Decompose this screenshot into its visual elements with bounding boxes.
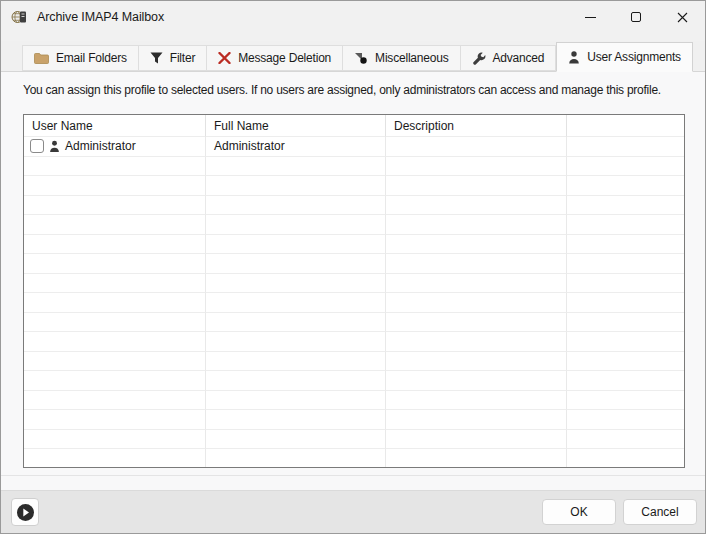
- empty-cell: [386, 449, 567, 468]
- column-header-full-name[interactable]: Full Name: [206, 115, 386, 137]
- ok-button[interactable]: OK: [542, 499, 616, 525]
- table-row-empty: [24, 410, 684, 430]
- titlebar[interactable]: Archive IMAP4 Mailbox: [1, 1, 705, 33]
- empty-cell: [386, 176, 567, 196]
- column-header-user-name[interactable]: User Name: [24, 115, 206, 137]
- empty-cell: [567, 157, 684, 177]
- app-archive-icon: [11, 9, 27, 25]
- empty-cell: [24, 176, 206, 196]
- row-checkbox[interactable]: [30, 139, 44, 153]
- shapes-icon: [354, 52, 368, 64]
- empty-cell: [206, 157, 386, 177]
- empty-cell: [206, 410, 386, 430]
- empty-cell: [24, 293, 206, 313]
- empty-cell: [24, 410, 206, 430]
- table-header: User Name Full Name Description: [24, 115, 684, 137]
- maximize-button[interactable]: [613, 1, 659, 33]
- empty-cell: [386, 430, 567, 450]
- table-row-empty: [24, 430, 684, 450]
- row-description: [386, 137, 567, 157]
- table-row[interactable]: Administrator Administrator: [24, 137, 684, 157]
- empty-cell: [386, 371, 567, 391]
- minimize-icon: [585, 17, 596, 18]
- empty-cell: [206, 254, 386, 274]
- table-row-empty: [24, 196, 684, 216]
- empty-cell: [567, 176, 684, 196]
- empty-cell: [24, 196, 206, 216]
- tab-page-user-assignments: You can assign this profile to selected …: [1, 72, 705, 490]
- close-button[interactable]: [659, 1, 705, 33]
- empty-cell: [567, 196, 684, 216]
- row-full-name: Administrator: [206, 137, 386, 157]
- tab-strip: Email Folders Filter Message Deletion Mi…: [1, 41, 705, 72]
- empty-cell: [567, 215, 684, 235]
- table-row-empty: [24, 352, 684, 372]
- empty-cell: [24, 352, 206, 372]
- wrench-icon: [472, 52, 486, 65]
- empty-cell: [567, 352, 684, 372]
- empty-cell: [24, 430, 206, 450]
- table-row-empty: [24, 235, 684, 255]
- close-icon: [677, 12, 688, 23]
- run-profile-button[interactable]: [11, 498, 39, 526]
- empty-cell: [24, 254, 206, 274]
- empty-cell: [386, 254, 567, 274]
- empty-cell: [24, 371, 206, 391]
- empty-cell: [206, 176, 386, 196]
- empty-cell: [24, 332, 206, 352]
- empty-cell: [206, 313, 386, 333]
- table-row-empty: [24, 157, 684, 177]
- column-header-blank[interactable]: [567, 115, 684, 137]
- empty-cell: [386, 410, 567, 430]
- tab-email-folders[interactable]: Email Folders: [22, 45, 139, 71]
- dialog-window: Archive IMAP4 Mailbox Email Folders Filt…: [0, 0, 706, 534]
- tab-label: Miscellaneous: [375, 51, 448, 65]
- empty-cell: [24, 449, 206, 468]
- tab-advanced[interactable]: Advanced: [461, 45, 557, 71]
- tab-user-assignments[interactable]: User Assignments: [556, 42, 693, 72]
- empty-cell: [567, 410, 684, 430]
- empty-cell: [567, 274, 684, 294]
- maximize-icon: [631, 12, 641, 22]
- empty-cell: [386, 196, 567, 216]
- tab-label: User Assignments: [587, 50, 681, 64]
- user-icon: [49, 140, 60, 153]
- empty-cell: [386, 352, 567, 372]
- empty-cell: [386, 293, 567, 313]
- table-row-empty: [24, 371, 684, 391]
- table-row-empty: [24, 274, 684, 294]
- empty-cell: [206, 274, 386, 294]
- empty-cell: [386, 157, 567, 177]
- tab-miscellaneous[interactable]: Miscellaneous: [343, 45, 460, 71]
- assignments-description: You can assign this profile to selected …: [23, 82, 705, 98]
- tab-label: Message Deletion: [238, 51, 331, 65]
- user-icon: [568, 51, 580, 64]
- empty-cell: [567, 313, 684, 333]
- row-user-name: Administrator: [65, 139, 136, 153]
- empty-cell: [24, 313, 206, 333]
- column-header-description[interactable]: Description: [386, 115, 567, 137]
- tab-message-deletion[interactable]: Message Deletion: [207, 45, 343, 71]
- empty-cell: [567, 371, 684, 391]
- empty-cell: [206, 391, 386, 411]
- table-row-empty: [24, 332, 684, 352]
- empty-cell: [386, 332, 567, 352]
- empty-cell: [24, 274, 206, 294]
- empty-cell: [206, 235, 386, 255]
- table-row-empty: [24, 293, 684, 313]
- empty-cell: [206, 215, 386, 235]
- red-x-icon: [218, 52, 231, 64]
- empty-cell: [567, 391, 684, 411]
- empty-cell: [24, 157, 206, 177]
- window-title: Archive IMAP4 Mailbox: [37, 10, 164, 24]
- panel-divider: [1, 475, 705, 476]
- minimize-button[interactable]: [567, 1, 613, 33]
- empty-cell: [567, 254, 684, 274]
- empty-cell: [206, 371, 386, 391]
- filter-funnel-icon: [150, 52, 163, 64]
- empty-cell: [206, 332, 386, 352]
- cancel-button[interactable]: Cancel: [623, 499, 697, 525]
- tab-filter[interactable]: Filter: [139, 45, 207, 71]
- empty-cell: [206, 293, 386, 313]
- table-row-empty: [24, 254, 684, 274]
